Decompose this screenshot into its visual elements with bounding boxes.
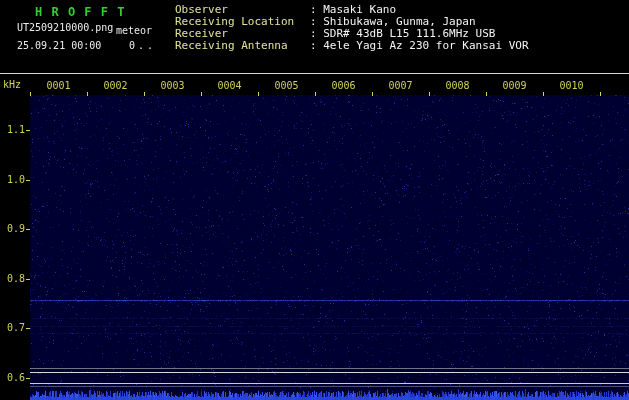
x-axis-tick-label: 0009 xyxy=(502,80,526,91)
hrofft-screen: H R O F F T UT2509210000.png meteor 25.0… xyxy=(0,0,629,400)
y-axis-tick-label: 0.6 xyxy=(7,372,25,383)
y-axis-tick-label: 0.7 xyxy=(7,322,25,333)
y-axis-tick-label: 0.8 xyxy=(7,273,25,284)
x-axis-tick-label: 0003 xyxy=(160,80,184,91)
x-axis-tick-label: 0002 xyxy=(103,80,127,91)
info-row: Receiving Antenna: 4ele Yagi Az 230 for … xyxy=(175,40,529,52)
x-axis-tick-label: 0010 xyxy=(559,80,583,91)
output-filename: UT2509210000.png xyxy=(17,22,113,33)
info-label: Receiving Antenna xyxy=(175,40,310,52)
y-axis-tick-label: 1.1 xyxy=(7,124,25,135)
spectrogram-canvas xyxy=(0,0,629,400)
x-axis-tick-label: 0005 xyxy=(274,80,298,91)
info-value: : 4ele Yagi Az 230 for Kansai VOR xyxy=(310,39,529,52)
y-axis-unit-label: kHz xyxy=(3,79,21,90)
x-axis-tick-label: 0004 xyxy=(217,80,241,91)
y-axis-tick-label: 0.9 xyxy=(7,223,25,234)
y-axis-tick-label: 1.0 xyxy=(7,174,25,185)
echo-counter: 0.. xyxy=(129,40,156,51)
observation-datetime: 25.09.21 00:00 xyxy=(17,40,101,51)
header-separator xyxy=(0,73,629,74)
x-axis-tick-label: 0007 xyxy=(388,80,412,91)
x-axis-tick-label: 0008 xyxy=(445,80,469,91)
station-label: meteor xyxy=(116,25,152,36)
observer-info-block: Observer: Masaki KanoReceiving Location:… xyxy=(175,4,529,52)
x-axis-tick-label: 0001 xyxy=(46,80,70,91)
x-axis-tick-label: 0006 xyxy=(331,80,355,91)
app-title: H R O F F T xyxy=(35,5,125,19)
